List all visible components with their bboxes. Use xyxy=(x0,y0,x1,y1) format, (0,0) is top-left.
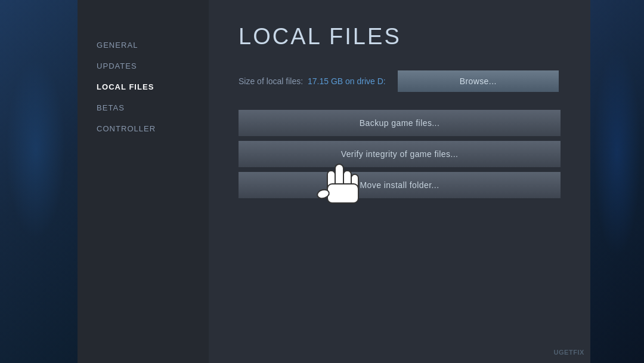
watermark: UGETFIX xyxy=(553,349,584,356)
sidebar-item-general[interactable]: GENERAL xyxy=(89,36,197,54)
sidebar-item-local-files[interactable]: LOCAL FILES xyxy=(89,78,197,96)
file-size-value: 17.15 GB on drive D: xyxy=(308,76,386,86)
sidebar: GENERAL UPDATES LOCAL FILES BETAS CONTRO… xyxy=(78,0,209,363)
install-folder-button[interactable]: Move install folder... xyxy=(239,172,561,198)
bg-left-panel xyxy=(0,0,78,363)
sidebar-item-updates[interactable]: UPDATES xyxy=(89,57,197,75)
file-info-row: Size of local files: 17.15 GB on drive D… xyxy=(239,70,561,92)
sidebar-item-betas[interactable]: BETAS xyxy=(89,99,197,117)
browse-button[interactable]: Browse... xyxy=(398,70,559,92)
main-container: GENERAL UPDATES LOCAL FILES BETAS CONTRO… xyxy=(78,0,590,363)
verify-button[interactable]: Verify integrity of game files... xyxy=(239,141,561,167)
bg-right-panel xyxy=(590,0,644,363)
content-area: LOCAL FILES Size of local files: 17.15 G… xyxy=(209,0,590,363)
action-buttons: Backup game files... Verify integrity of… xyxy=(239,110,561,198)
file-size-label: Size of local files: 17.15 GB on drive D… xyxy=(239,76,386,86)
sidebar-item-controller[interactable]: CONTROLLER xyxy=(89,119,197,138)
backup-button[interactable]: Backup game files... xyxy=(239,110,561,136)
page-title: LOCAL FILES xyxy=(239,24,561,50)
